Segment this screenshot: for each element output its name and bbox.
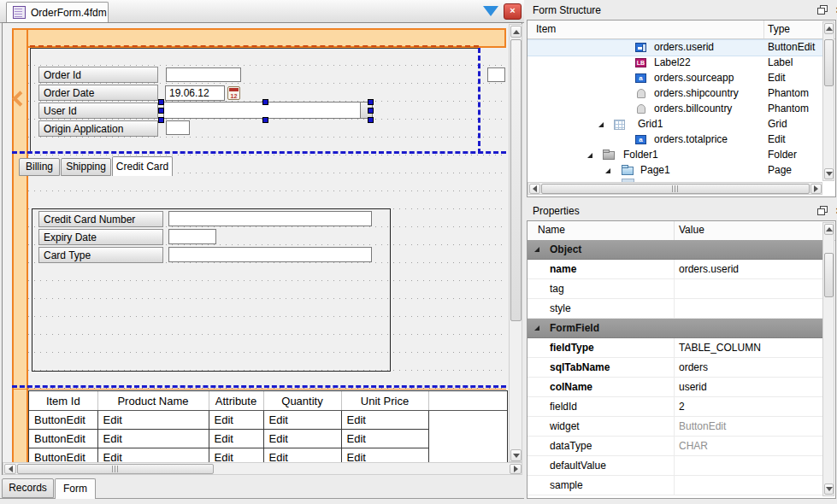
float-panel-icon[interactable] [817, 206, 828, 215]
credit-card-number-field[interactable] [168, 211, 372, 226]
scroll-up-button[interactable] [824, 23, 834, 34]
canvas-horizontal-scrollbar[interactable] [3, 462, 522, 475]
table-cell[interactable]: Edit [263, 430, 341, 448]
vertical-scroll-thumb[interactable] [510, 39, 522, 321]
selection-handle[interactable] [368, 108, 374, 114]
col-header-unit-price[interactable]: Unit Price [341, 391, 428, 411]
tree-item-orders-shipcountry[interactable]: orders.shipcountry Phantom [528, 86, 823, 102]
card-type-label[interactable]: Card Type [38, 247, 163, 263]
property-value[interactable]: orders.userid [679, 263, 739, 275]
property-row-colname[interactable]: colName userid [528, 378, 823, 397]
table-cell[interactable]: Edit [263, 411, 341, 430]
col-header-quantity[interactable]: Quantity [263, 391, 341, 411]
section-object[interactable]: Object [528, 240, 823, 260]
document-tab-orderform[interactable]: OrderForm.4fdm [6, 2, 109, 22]
close-document-button[interactable]: × [504, 3, 522, 20]
tree-item-orders-billcountry[interactable]: orders.billcountry Phantom [528, 102, 823, 117]
selection-handle[interactable] [158, 108, 164, 114]
property-row-datatype[interactable]: dataType CHAR [528, 437, 823, 456]
property-row-fieldtype[interactable]: fieldType TABLE_COLUMN [528, 338, 823, 358]
property-value[interactable]: CHAR [679, 440, 708, 452]
scroll-up-button[interactable] [510, 26, 522, 38]
credit-card-number-label[interactable]: Credit Card Number [38, 211, 163, 227]
tree-item-folder1[interactable]: Folder1 Folder [528, 148, 823, 163]
tree-item-page1[interactable]: Page1 Page [528, 163, 823, 179]
property-row-fieldid[interactable]: fieldId 2 [528, 397, 823, 417]
tree-item-orders-sourceapp[interactable]: a orders.sourceapp Edit [528, 71, 823, 86]
property-row-sample[interactable]: sample [528, 476, 823, 495]
table-cell[interactable]: Edit [97, 411, 209, 430]
col-header-product-name[interactable]: Product Name [97, 391, 209, 411]
property-row-tag[interactable]: tag [528, 279, 823, 299]
selection-handle[interactable] [158, 117, 164, 123]
canvas-vertical-scrollbar[interactable] [509, 24, 522, 462]
col-header-item-id[interactable]: Item Id [29, 391, 97, 411]
selection-handle[interactable] [158, 99, 164, 105]
expander-icon[interactable] [534, 247, 539, 252]
column-separator[interactable] [674, 221, 675, 240]
property-value[interactable]: 2 [679, 401, 685, 413]
expiry-date-label[interactable]: Expiry Date [38, 229, 163, 245]
tab-form[interactable]: Form [55, 478, 96, 499]
scroll-left-button[interactable] [4, 464, 16, 474]
tab-shipping[interactable]: Shipping [61, 158, 111, 176]
property-value[interactable]: orders [679, 361, 708, 373]
order-id-field[interactable] [166, 67, 241, 82]
property-value[interactable]: TABLE_COLUMN [679, 342, 761, 354]
tree-item-grid1[interactable]: Grid1 Grid [528, 117, 823, 132]
property-row-defaultvalue[interactable]: defaultValue [528, 456, 823, 476]
float-panel-icon[interactable] [817, 5, 828, 15]
structure-horizontal-scrollbar[interactable] [528, 182, 822, 195]
item-column-header[interactable]: Item [536, 23, 556, 35]
table-cell[interactable]: Edit [209, 430, 263, 448]
scroll-left-button[interactable] [529, 184, 540, 194]
value-column-header[interactable]: Value [679, 224, 704, 236]
table-cell[interactable]: Edit [97, 430, 209, 448]
table-cell[interactable]: Edit [341, 411, 428, 430]
selection-handle[interactable] [368, 99, 374, 105]
clipped-field[interactable] [487, 67, 505, 82]
tab-records[interactable]: Records [2, 478, 54, 498]
filter-triangle-icon[interactable] [483, 6, 498, 16]
order-date-field[interactable]: 19.06.12 [165, 85, 225, 101]
tree-item-orders-userid[interactable]: orders.userid ButtonEdit [528, 40, 823, 56]
tab-credit-card[interactable]: Credit Card [112, 156, 173, 176]
order-date-label[interactable]: Order Date [38, 85, 158, 101]
card-type-field[interactable] [168, 247, 372, 262]
column-separator[interactable] [763, 21, 764, 38]
horizontal-scroll-thumb[interactable] [17, 464, 214, 474]
table-cell[interactable]: ButtonEdit [29, 430, 97, 448]
selection-handle[interactable] [262, 117, 268, 123]
properties-vertical-scrollbar[interactable] [822, 222, 834, 496]
vertical-scroll-thumb[interactable] [824, 253, 834, 297]
selection-handle[interactable] [368, 117, 374, 123]
property-row-widget[interactable]: widget ButtonEdit [528, 417, 823, 437]
table-cell[interactable]: Edit [341, 430, 428, 448]
scroll-down-button[interactable] [824, 168, 834, 179]
property-value[interactable]: userid [679, 381, 707, 393]
origin-application-field[interactable] [166, 120, 190, 135]
calendar-button[interactable]: 12 [227, 86, 240, 100]
type-column-header[interactable]: Type [768, 23, 790, 35]
property-value[interactable]: ButtonEdit [679, 420, 726, 432]
vertical-scroll-thumb[interactable] [824, 39, 834, 86]
expander-icon[interactable] [605, 168, 610, 173]
selection-handle[interactable] [262, 99, 268, 105]
order-id-label[interactable]: Order Id [38, 67, 158, 83]
expander-icon[interactable] [534, 325, 539, 331]
origin-application-label[interactable]: Origin Application [38, 120, 158, 137]
table-cell[interactable]: Edit [209, 411, 263, 430]
property-row-sqltabname[interactable]: sqlTabName orders [528, 358, 823, 378]
table-cell[interactable]: ButtonEdit [29, 411, 97, 430]
scroll-up-button[interactable] [824, 224, 834, 235]
section-formfield[interactable]: FormField [528, 319, 823, 338]
items-table[interactable]: Item Id Product Name Attribute Quantity … [28, 390, 508, 466]
scroll-right-button[interactable] [510, 464, 522, 474]
form-designer-canvas[interactable]: Order Id Order Date User Id Origin Appli… [2, 22, 522, 476]
scroll-right-button[interactable] [810, 184, 822, 194]
col-header-attribute[interactable]: Attribute [209, 391, 263, 411]
user-id-label[interactable]: User Id [38, 103, 158, 119]
scroll-down-button[interactable] [824, 483, 834, 495]
scroll-down-button[interactable] [510, 449, 522, 461]
name-column-header[interactable]: Name [538, 224, 565, 236]
